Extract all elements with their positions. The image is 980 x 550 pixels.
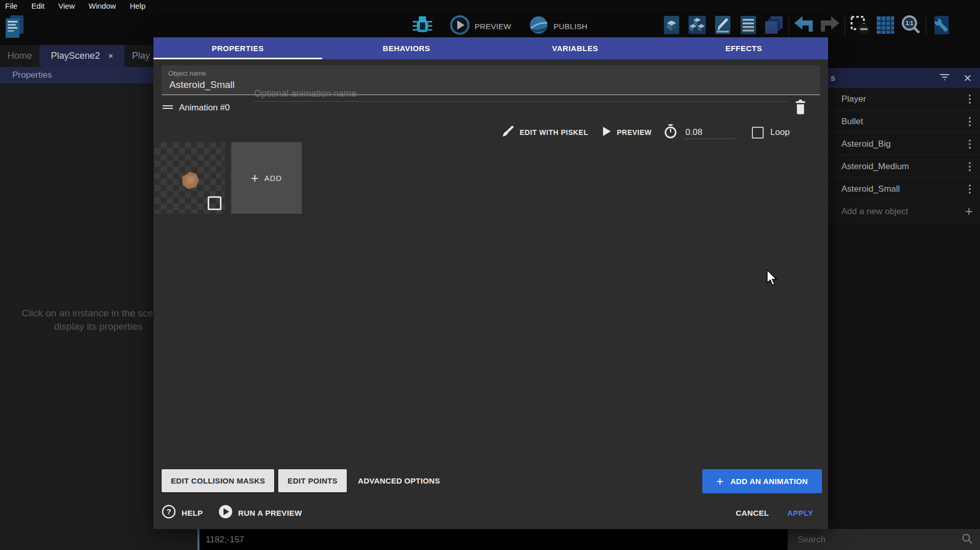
animation-name-input[interactable] — [253, 86, 787, 102]
preview-button[interactable]: PREVIEW — [475, 22, 511, 31]
kebab-menu-icon[interactable] — [967, 160, 973, 173]
loop-checkbox[interactable] — [752, 127, 764, 139]
zoom-1-1-icon[interactable]: 1:1 — [900, 14, 922, 38]
search-bar — [788, 529, 980, 550]
drag-handle-icon[interactable] — [163, 104, 173, 110]
close-icon[interactable]: × — [108, 51, 114, 61]
cube-document-icon[interactable] — [661, 14, 682, 38]
dialog-tab-bar: PROPERTIES BEHAVIORS VARIABLES EFFECTS — [153, 37, 828, 59]
grid-icon[interactable] — [875, 14, 896, 38]
object-row-bullet[interactable]: Bullet — [828, 110, 980, 133]
menu-window[interactable]: Window — [88, 2, 116, 10]
edit-points-button[interactable]: EDIT POINTS — [278, 469, 346, 492]
toolbar-right: 1:1 — [661, 14, 952, 38]
loop-label[interactable]: Loop — [770, 127, 790, 138]
kebab-menu-icon[interactable] — [967, 138, 973, 151]
kebab-menu-icon[interactable] — [967, 115, 973, 128]
tab-behaviors[interactable]: BEHAVIORS — [322, 37, 491, 59]
tab-properties[interactable]: PROPERTIES — [153, 37, 322, 59]
preview-play-icon[interactable] — [450, 15, 470, 37]
cubes-icon[interactable] — [686, 14, 708, 38]
help-icon: ? — [162, 505, 176, 521]
frame-select-checkbox[interactable] — [208, 196, 221, 210]
app-logo-icon — [4, 14, 25, 42]
gdevelop-window: File Edit View Window Help — [0, 0, 980, 550]
kebab-menu-icon[interactable] — [967, 93, 973, 106]
edit-collision-masks-button[interactable]: EDIT COLLISION MASKS — [162, 469, 274, 492]
menu-help[interactable]: Help — [130, 2, 146, 10]
kebab-menu-icon[interactable] — [967, 182, 973, 196]
run-preview-icon — [218, 505, 233, 521]
plus-icon[interactable]: + — [965, 203, 973, 219]
tab-home-label: Home — [7, 51, 32, 61]
tab-effects[interactable]: EFFECTS — [659, 37, 828, 59]
apply-button[interactable]: APPLY — [787, 509, 813, 517]
status-bar-left — [0, 529, 197, 550]
publish-globe-icon[interactable] — [528, 15, 549, 37]
filter-icon[interactable] — [940, 74, 950, 83]
add-an-animation-button[interactable]: + ADD AN ANIMATION — [702, 469, 822, 493]
selection-mask-icon[interactable] — [849, 14, 871, 38]
dialog-footer-left: ? HELP RUN A PREVIEW — [162, 500, 302, 525]
svg-text:?: ? — [166, 507, 171, 516]
properties-panel-header: Properties — [0, 67, 162, 83]
play-icon — [602, 126, 612, 139]
toolbar-separator — [789, 16, 789, 36]
pencil-document-icon[interactable] — [712, 14, 733, 38]
menu-view[interactable]: View — [58, 2, 75, 10]
tab-playscene2[interactable]: PlayScene2 × — [39, 45, 125, 67]
properties-panel — [0, 83, 162, 529]
svg-text:1:1: 1:1 — [906, 20, 914, 26]
asteroid-sprite — [180, 171, 201, 191]
object-row-asteroid-big[interactable]: Asteroid_Big — [828, 133, 980, 155]
object-row-player[interactable]: Player — [828, 88, 980, 110]
trash-icon[interactable] — [794, 100, 807, 117]
cursor-coordinates: 1182;-157 — [199, 529, 788, 550]
dialog-actions: EDIT COLLISION MASKS EDIT POINTS ADVANCE… — [162, 469, 447, 492]
time-between-frames-input[interactable] — [683, 126, 734, 139]
menu-edit[interactable]: Edit — [31, 2, 44, 10]
object-name: Asteroid_Medium — [841, 162, 967, 172]
add-new-object-row[interactable]: Add a new object + — [828, 200, 980, 223]
cancel-button[interactable]: CANCEL — [736, 509, 769, 517]
object-row-asteroid-small[interactable]: Asteroid_Small — [828, 178, 980, 200]
layers-icon[interactable] — [763, 14, 785, 38]
plus-icon: + — [251, 171, 259, 185]
stopwatch-icon — [664, 124, 677, 141]
add-frame-button[interactable]: + ADD — [231, 142, 302, 214]
toolbar-separator — [844, 16, 845, 36]
object-row-asteroid-medium[interactable]: Asteroid_Medium — [828, 155, 980, 178]
object-name: Asteroid_Small — [841, 184, 967, 194]
object-name: Asteroid_Big — [841, 139, 967, 149]
wrench-document-icon[interactable] — [930, 14, 952, 38]
search-input[interactable] — [788, 534, 962, 545]
menu-file[interactable]: File — [5, 2, 17, 10]
object-name: Bullet — [841, 117, 967, 127]
help-button[interactable]: HELP — [182, 509, 203, 517]
tab-home[interactable]: Home — [0, 45, 39, 67]
run-a-preview-button[interactable]: RUN A PREVIEW — [238, 509, 302, 517]
toolbar-center: PREVIEW PUBLISH — [412, 14, 588, 38]
close-icon[interactable]: ✕ — [963, 72, 972, 84]
publish-button[interactable]: PUBLISH — [553, 22, 587, 31]
add-new-object-label: Add a new object — [841, 207, 965, 217]
list-document-icon[interactable] — [738, 14, 759, 38]
objects-header-partial-text: s — [828, 73, 835, 83]
selected-tab-indicator — [153, 58, 322, 59]
search-icon — [962, 533, 973, 546]
undo-arrow-icon[interactable] — [793, 14, 815, 38]
objects-panel: s ✕ Player Bullet Asteroid_Big Asteroid_… — [828, 68, 980, 529]
menu-bar: File Edit View Window Help — [0, 0, 980, 11]
advanced-options-button[interactable]: ADVANCED OPTIONS — [351, 469, 447, 492]
debug-bug-icon[interactable] — [412, 13, 433, 39]
tab-variables[interactable]: VARIABLES — [491, 37, 660, 59]
animation-frame-thumbnail[interactable] — [154, 142, 225, 214]
brush-icon — [501, 125, 515, 140]
add-an-animation-label: ADD AN ANIMATION — [730, 477, 808, 486]
dialog-footer-right: CANCEL APPLY — [736, 500, 813, 525]
objects-panel-header: s ✕ — [828, 68, 980, 88]
animation-title: Animation #0 — [179, 103, 230, 113]
preview-animation-button[interactable]: PREVIEW — [617, 128, 652, 136]
redo-arrow-icon[interactable] — [819, 14, 840, 38]
edit-with-piskel-button[interactable]: EDIT WITH PISKEL — [520, 128, 588, 136]
